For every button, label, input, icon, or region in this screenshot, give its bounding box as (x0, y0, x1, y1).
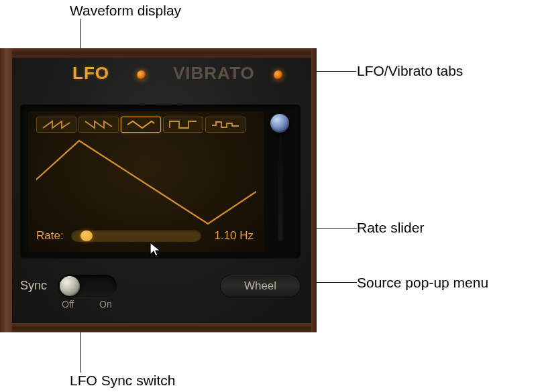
sync-off-label: Off (62, 299, 74, 310)
rate-row: Rate: 1.10 Hz (36, 228, 256, 244)
callout-tabs: LFO/Vibrato tabs (357, 63, 463, 79)
callout-source-popup: Source pop-up menu (357, 275, 488, 291)
wave-btn-random[interactable] (205, 117, 246, 133)
waveform-selector-row (36, 117, 256, 135)
led-vibrato-icon (274, 70, 283, 80)
rate-label: Rate: (36, 229, 68, 243)
panel-trim-bottom (0, 323, 317, 332)
wave-btn-sawdown[interactable] (36, 117, 76, 133)
panel-face: LFO VIBRATO (12, 58, 311, 323)
saw-up-icon (84, 120, 113, 129)
synth-panel: LFO VIBRATO (0, 48, 317, 332)
sync-on-label: On (99, 299, 112, 310)
sync-label: Sync (20, 279, 47, 293)
waveform-display (36, 138, 256, 225)
triangle-icon (126, 120, 156, 129)
random-step-icon (211, 120, 240, 129)
source-popup-wheel[interactable]: Wheel (220, 275, 301, 298)
sync-switch[interactable] (58, 275, 117, 298)
sync-knob[interactable] (60, 276, 80, 296)
tab-vibrato[interactable]: VIBRATO (173, 63, 255, 84)
square-icon (168, 120, 198, 129)
amplitude-track (278, 127, 283, 241)
panel-trim-top (0, 48, 317, 58)
rate-slider-thumb[interactable] (80, 231, 93, 241)
bottom-row: Sync Off On Wheel (20, 271, 301, 304)
amplitude-slider[interactable] (268, 111, 292, 245)
wave-btn-square[interactable] (163, 117, 203, 133)
tab-lfo[interactable]: LFO (72, 63, 109, 84)
callout-waveform-display: Waveform display (70, 3, 181, 19)
led-lfo-icon (137, 70, 146, 80)
panel-trim-right (311, 48, 317, 332)
wave-btn-triangle[interactable] (121, 117, 161, 133)
waveform-plot (36, 138, 256, 225)
screen: Rate: 1.10 Hz (28, 111, 264, 252)
tabs-row: LFO VIBRATO (59, 63, 314, 87)
screen-bezel: Rate: 1.10 Hz (20, 105, 301, 259)
callout-sync-switch: LFO Sync switch (70, 373, 176, 389)
callout-rate-slider: Rate slider (357, 220, 424, 236)
panel-trim-left (0, 48, 12, 332)
amplitude-thumb[interactable] (270, 114, 289, 133)
rate-slider[interactable] (71, 230, 201, 242)
saw-down-icon (42, 120, 71, 129)
wave-btn-sawup[interactable] (78, 117, 119, 133)
rate-value: 1.10 Hz (201, 229, 256, 243)
